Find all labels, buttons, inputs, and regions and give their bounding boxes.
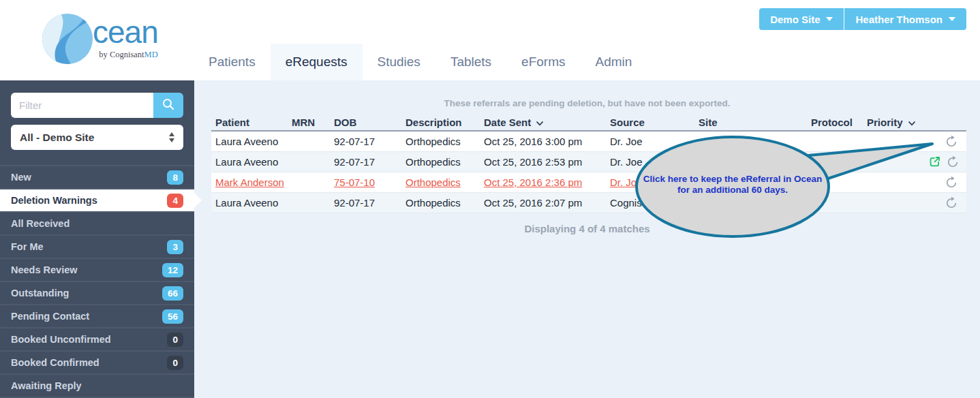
ocean-wave-icon (42, 14, 93, 67)
column-header-date-sent[interactable]: Date Sent (484, 117, 610, 128)
ocean-logo: cean by CognisantMD (42, 14, 158, 67)
user-dropdown-button[interactable]: Heather Thomson (844, 8, 966, 30)
sidebar-item-for-me[interactable]: For Me 3 (0, 234, 194, 258)
description-link[interactable]: Orthopedics (405, 177, 461, 188)
search-button[interactable] (153, 93, 183, 118)
source-link[interactable]: Dr. Joe (610, 177, 643, 188)
sidebar-item-booked-confirmed[interactable]: Booked Confirmed 0 (0, 350, 194, 373)
top-header: cean by CognisantMD Demo Site Heather Th… (0, 0, 980, 80)
column-header-dob[interactable]: DOB (334, 117, 405, 128)
column-header-description[interactable]: Description (405, 117, 484, 128)
table-header-row: Patient MRN DOB Description Date Sent So… (211, 114, 966, 132)
column-header-source[interactable]: Source (610, 117, 699, 128)
sort-chevron-icon (908, 117, 916, 128)
column-header-patient[interactable]: Patient (211, 117, 292, 128)
main-content: These referrals are pending deletion, bu… (194, 80, 980, 398)
main-nav-tabs: Patients eRequests Studies Tablets eForm… (194, 44, 647, 80)
brand-byline: by CognisantMD (93, 50, 158, 60)
sidebar-item-new[interactable]: New 8 (0, 165, 194, 188)
patient-link[interactable]: Mark Anderson (215, 177, 284, 188)
table-row[interactable]: Laura Aveeno 92-07-17 Orthopedics Oct 25… (211, 132, 966, 152)
sidebar-item-awaiting-reply[interactable]: Awaiting Reply (0, 373, 194, 397)
brand-word: cean (93, 14, 158, 50)
count-badge: 4 (167, 194, 183, 208)
filter-input[interactable] (11, 93, 153, 118)
sidebar: All - Demo Site New 8 Deletion Warnings … (0, 80, 194, 398)
pending-deletion-notice: These referrals are pending deletion, bu… (194, 80, 980, 108)
date-sent-link[interactable]: Oct 25, 2016 2:36 pm (484, 177, 582, 188)
table-row[interactable]: Laura Aveeno 92-07-17 Orthopedics Oct 25… (211, 152, 966, 172)
keep-referral-refresh-icon[interactable] (946, 155, 960, 169)
count-badge: 0 (167, 356, 183, 370)
table-row[interactable]: Laura Aveeno 92-07-17 Orthopedics Oct 25… (211, 193, 966, 213)
chevron-down-icon (826, 17, 833, 21)
column-header-site[interactable]: Site (699, 117, 811, 128)
sidebar-item-all-received[interactable]: All Received (0, 211, 194, 234)
column-header-priority[interactable]: Priority (867, 117, 928, 128)
tab-admin[interactable]: Admin (580, 44, 647, 80)
keep-referral-refresh-icon[interactable] (945, 135, 958, 149)
count-badge: 0 (167, 333, 183, 347)
referrals-table: Patient MRN DOB Description Date Sent So… (211, 114, 966, 213)
export-referral-icon[interactable] (928, 155, 941, 168)
sidebar-item-booked-unconfirmed[interactable]: Booked Unconfirmed 0 (0, 327, 194, 350)
table-row[interactable]: Mark Anderson 75-07-10 Orthopedics Oct 2… (211, 172, 966, 193)
sidebar-item-pending-contact[interactable]: Pending Contact 56 (0, 304, 194, 327)
sidebar-item-deletion-warnings[interactable]: Deletion Warnings 4 (0, 188, 194, 211)
chevron-down-icon (949, 17, 955, 21)
tab-studies[interactable]: Studies (363, 44, 435, 80)
sidebar-item-needs-review[interactable]: Needs Review 12 (0, 258, 194, 281)
tab-eforms[interactable]: eForms (506, 44, 580, 80)
count-badge: 3 (167, 240, 183, 254)
tab-tablets[interactable]: Tablets (435, 44, 506, 80)
keep-referral-refresh-icon[interactable] (945, 196, 958, 210)
count-badge: 56 (162, 309, 183, 324)
select-updown-icon (169, 132, 174, 142)
tab-erequests[interactable]: eRequests (271, 44, 363, 80)
keep-referral-refresh-icon[interactable] (945, 176, 958, 189)
site-filter-select[interactable]: All - Demo Site (11, 125, 183, 150)
dob-link[interactable]: 75-07-10 (334, 177, 375, 188)
tab-patients[interactable]: Patients (194, 44, 271, 80)
count-badge: 8 (167, 170, 183, 185)
search-icon (161, 97, 176, 114)
results-count: Displaying 4 of 4 matches (194, 223, 980, 234)
sort-chevron-icon (536, 117, 544, 128)
sidebar-nav: New 8 Deletion Warnings 4 All Received F… (0, 165, 194, 398)
column-header-protocol[interactable]: Protocol (811, 117, 867, 128)
sidebar-item-outstanding[interactable]: Outstanding 66 (0, 281, 194, 304)
count-badge: 12 (162, 263, 183, 277)
count-badge: 66 (162, 286, 183, 301)
column-header-mrn[interactable]: MRN (292, 117, 334, 128)
site-dropdown-button[interactable]: Demo Site (759, 8, 844, 30)
